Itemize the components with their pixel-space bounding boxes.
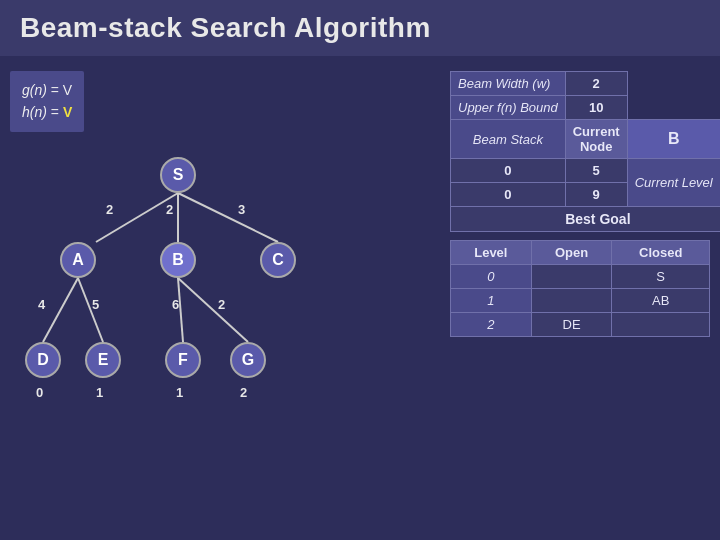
- svg-line-0: [96, 193, 178, 242]
- node-C: C: [260, 242, 296, 278]
- beam-width-label: Beam Width (w): [451, 72, 566, 96]
- legend-line2: h(n) = V: [22, 101, 72, 123]
- info-panel: Beam Width (w) 2 Upper f(n) Bound 10 Bea…: [450, 71, 710, 525]
- svg-line-4: [78, 278, 103, 342]
- level-row-1: 1AB: [451, 289, 710, 313]
- current-node-header: Current Node: [565, 120, 627, 159]
- node-D: D: [25, 342, 61, 378]
- node-S: S: [160, 157, 196, 193]
- current-node-value: B: [627, 120, 720, 159]
- edge-label-s-b: 2: [166, 202, 173, 217]
- level-col-header: Level: [451, 241, 532, 265]
- node-D-label: 0: [36, 385, 43, 400]
- beam-stack-r2c1: 0: [451, 183, 566, 207]
- beam-info-table: Beam Width (w) 2 Upper f(n) Bound 10 Bea…: [450, 71, 720, 232]
- beam-stack-r1c1: 0: [451, 159, 566, 183]
- upper-bound-label: Upper f(n) Bound: [451, 96, 566, 120]
- edge-label-b-f: 6: [172, 297, 179, 312]
- level-table: Level Open Closed 0S1AB2DE: [450, 240, 710, 337]
- beam-stack-r1c2: 5: [565, 159, 627, 183]
- svg-line-2: [178, 193, 278, 242]
- node-F: F: [165, 342, 201, 378]
- best-goal-label: Best Goal: [451, 207, 721, 232]
- level-closed-2: [612, 313, 710, 337]
- level-closed-0: S: [612, 265, 710, 289]
- node-F-label: 1: [176, 385, 183, 400]
- node-E-label: 1: [96, 385, 103, 400]
- beam-stack-r2c2: 9: [565, 183, 627, 207]
- open-col-header: Open: [531, 241, 612, 265]
- node-B: B: [160, 242, 196, 278]
- level-row-2: 2DE: [451, 313, 710, 337]
- edge-label-b-g: 2: [218, 297, 225, 312]
- content-area: g(n) = V h(n) = V: [0, 56, 720, 540]
- legend-box: g(n) = V h(n) = V: [10, 71, 84, 132]
- edge-label-a-d: 4: [38, 297, 45, 312]
- level-closed-1: AB: [612, 289, 710, 313]
- edge-label-a-e: 5: [92, 297, 99, 312]
- page-title: Beam-stack Search Algorithm: [20, 12, 431, 43]
- edge-label-s-c: 3: [238, 202, 245, 217]
- level-row-0: 0S: [451, 265, 710, 289]
- node-A: A: [60, 242, 96, 278]
- svg-line-6: [178, 278, 248, 342]
- tree-container: 2 2 3 4 5 6 2 S A B C D E F G 0 1 1: [10, 147, 320, 477]
- tree-svg: [10, 147, 320, 477]
- page: Beam-stack Search Algorithm g(n) = V h(n…: [0, 0, 720, 540]
- level-open-0: [531, 265, 612, 289]
- level-level-0: 0: [451, 265, 532, 289]
- beam-width-value: 2: [565, 72, 627, 96]
- legend-line1: g(n) = V: [22, 79, 72, 101]
- beam-stack-header: Beam Stack: [451, 120, 566, 159]
- level-level-2: 2: [451, 313, 532, 337]
- level-open-1: [531, 289, 612, 313]
- tree-area: g(n) = V h(n) = V: [10, 71, 440, 525]
- closed-col-header: Closed: [612, 241, 710, 265]
- level-level-1: 1: [451, 289, 532, 313]
- node-G: G: [230, 342, 266, 378]
- edge-label-s-a: 2: [106, 202, 113, 217]
- current-level-label: Current Level: [627, 159, 720, 207]
- title-bar: Beam-stack Search Algorithm: [0, 0, 720, 56]
- node-G-label: 2: [240, 385, 247, 400]
- node-E: E: [85, 342, 121, 378]
- level-open-2: DE: [531, 313, 612, 337]
- svg-line-3: [43, 278, 78, 342]
- upper-bound-value: 10: [565, 96, 627, 120]
